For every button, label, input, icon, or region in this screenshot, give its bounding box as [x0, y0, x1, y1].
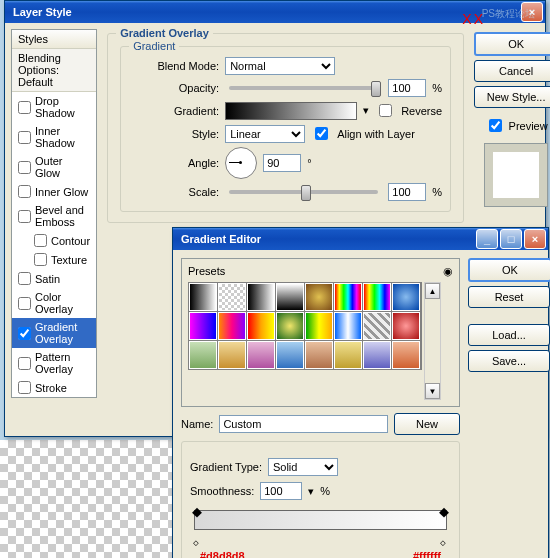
- gradient-bar[interactable]: ◆ ◆ ⬦ ⬦ #d8d8d8 #ffffff: [194, 510, 447, 546]
- preset-swatch[interactable]: [218, 341, 246, 369]
- preset-swatch[interactable]: [392, 312, 420, 340]
- opacity-input[interactable]: [388, 79, 426, 97]
- dropdown-icon[interactable]: ▾: [363, 104, 369, 117]
- name-input[interactable]: [219, 415, 388, 433]
- style-item-texture[interactable]: Texture: [12, 250, 96, 269]
- style-checkbox[interactable]: [18, 185, 31, 198]
- preset-swatch[interactable]: [218, 312, 246, 340]
- preset-swatch[interactable]: [334, 312, 362, 340]
- dropdown-icon[interactable]: ▾: [308, 485, 314, 498]
- preset-swatch[interactable]: [334, 341, 362, 369]
- preset-swatch[interactable]: [218, 283, 246, 311]
- style-item-inner-glow[interactable]: Inner Glow: [12, 182, 96, 201]
- ok-button[interactable]: OK: [474, 32, 550, 56]
- new-button[interactable]: New: [394, 413, 460, 435]
- preset-scrollbar[interactable]: ▲ ▼: [424, 282, 441, 400]
- blending-options-default[interactable]: Blending Options: Default: [12, 49, 96, 92]
- style-checkbox[interactable]: [34, 234, 47, 247]
- align-with-layer-checkbox[interactable]: [315, 127, 328, 140]
- gradient-swatch[interactable]: [225, 102, 357, 120]
- style-checkbox[interactable]: [18, 357, 31, 370]
- preview-checkbox[interactable]: [489, 119, 502, 132]
- scale-input[interactable]: [388, 183, 426, 201]
- opacity-stop-right[interactable]: ◆: [439, 508, 449, 518]
- name-label: Name:: [181, 418, 213, 430]
- style-checkbox[interactable]: [18, 101, 31, 114]
- scroll-up-icon[interactable]: ▲: [425, 283, 440, 299]
- preset-swatch[interactable]: [189, 341, 217, 369]
- scroll-down-icon[interactable]: ▼: [425, 383, 440, 399]
- smoothness-input[interactable]: [260, 482, 302, 500]
- style-item-stroke[interactable]: Stroke: [12, 378, 96, 397]
- minimize-icon[interactable]: _: [476, 229, 498, 249]
- style-label: Style:: [149, 128, 219, 140]
- red-x-overlay: XX: [462, 11, 485, 27]
- reset-button[interactable]: Reset: [468, 286, 550, 308]
- style-checkbox[interactable]: [18, 327, 31, 340]
- opacity-stop-left[interactable]: ◆: [192, 508, 202, 518]
- preset-swatch[interactable]: [247, 283, 275, 311]
- preset-swatch[interactable]: [276, 283, 304, 311]
- ok-button[interactable]: OK: [468, 258, 550, 282]
- style-item-pattern-overlay[interactable]: Pattern Overlay: [12, 348, 96, 378]
- preset-swatch[interactable]: [305, 283, 333, 311]
- style-item-drop-shadow[interactable]: Drop Shadow: [12, 92, 96, 122]
- gradient-type-label: Gradient Type:: [190, 461, 262, 473]
- preset-swatch[interactable]: [363, 283, 391, 311]
- styles-header[interactable]: Styles: [12, 30, 96, 49]
- style-checkbox[interactable]: [34, 253, 47, 266]
- preset-swatch[interactable]: [247, 341, 275, 369]
- preset-swatch[interactable]: [247, 312, 275, 340]
- style-item-bevel-and-emboss[interactable]: Bevel and Emboss: [12, 201, 96, 231]
- style-item-contour[interactable]: Contour: [12, 231, 96, 250]
- style-item-gradient-overlay[interactable]: Gradient Overlay: [12, 318, 96, 348]
- preset-swatch[interactable]: [363, 341, 391, 369]
- cancel-button[interactable]: Cancel: [474, 60, 550, 82]
- reverse-checkbox[interactable]: [379, 104, 392, 117]
- preset-swatch[interactable]: [334, 283, 362, 311]
- close-icon[interactable]: ×: [524, 229, 546, 249]
- preset-swatch[interactable]: [392, 283, 420, 311]
- preset-swatch[interactable]: [363, 312, 391, 340]
- style-select[interactable]: Linear: [225, 125, 305, 143]
- color-stop-left[interactable]: ⬦: [192, 538, 202, 548]
- load-button[interactable]: Load...: [468, 324, 550, 346]
- style-label: Stroke: [35, 382, 67, 394]
- style-label: Gradient Overlay: [35, 321, 90, 345]
- preset-swatch[interactable]: [276, 341, 304, 369]
- style-label: Drop Shadow: [35, 95, 90, 119]
- opacity-slider[interactable]: [229, 86, 378, 90]
- preset-swatch[interactable]: [276, 312, 304, 340]
- maximize-icon[interactable]: □: [500, 229, 522, 249]
- preset-swatch[interactable]: [189, 312, 217, 340]
- style-checkbox[interactable]: [18, 381, 31, 394]
- color-stop-right[interactable]: ⬦: [439, 538, 449, 548]
- save-button[interactable]: Save...: [468, 350, 550, 372]
- angle-input[interactable]: [263, 154, 301, 172]
- gradient-type-select[interactable]: Solid: [268, 458, 338, 476]
- style-checkbox[interactable]: [18, 272, 31, 285]
- style-checkbox[interactable]: [18, 161, 31, 174]
- style-checkbox[interactable]: [18, 297, 31, 310]
- preset-swatch[interactable]: [305, 312, 333, 340]
- hex-left: #d8d8d8: [200, 550, 245, 558]
- preset-swatch[interactable]: [305, 341, 333, 369]
- style-label: Texture: [51, 254, 87, 266]
- style-item-inner-shadow[interactable]: Inner Shadow: [12, 122, 96, 152]
- style-item-color-overlay[interactable]: Color Overlay: [12, 288, 96, 318]
- new-style-button[interactable]: New Style...: [474, 86, 550, 108]
- style-checkbox[interactable]: [18, 210, 31, 223]
- preset-swatch[interactable]: [189, 283, 217, 311]
- scale-slider[interactable]: [229, 190, 378, 194]
- styles-list-panel: Styles Blending Options: Default Drop Sh…: [11, 29, 97, 398]
- blend-mode-select[interactable]: Normal: [225, 57, 335, 75]
- gradient-overlay-legend: Gradient Overlay: [116, 27, 213, 39]
- gradient-editor-titlebar[interactable]: Gradient Editor _ □ ×: [173, 228, 548, 250]
- style-item-satin[interactable]: Satin: [12, 269, 96, 288]
- presets-menu-icon[interactable]: ◉: [443, 265, 453, 278]
- angle-dial[interactable]: [225, 147, 257, 179]
- style-item-outer-glow[interactable]: Outer Glow: [12, 152, 96, 182]
- style-checkbox[interactable]: [18, 131, 31, 144]
- preset-swatch[interactable]: [392, 341, 420, 369]
- smoothness-label: Smoothness:: [190, 485, 254, 497]
